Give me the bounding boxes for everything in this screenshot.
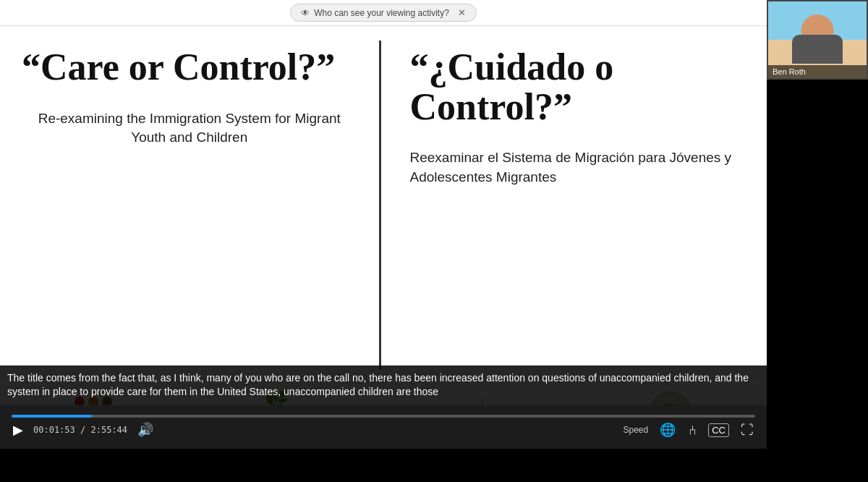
privacy-text: Who can see your viewing activity? — [314, 8, 449, 18]
subtitle-spanish: Reexaminar el Sistema de Migración para … — [410, 148, 746, 187]
slide-left: “Care or Control?” Re-examining the Immi… — [22, 41, 381, 369]
progress-bar-fill — [12, 415, 92, 418]
slide-area: 👁 Who can see your viewing activity? ✕ “… — [0, 0, 767, 449]
slide-main: “Care or Control?” Re-examining the Immi… — [0, 26, 767, 376]
subtitle-english: Re-examining the Immigration System for … — [22, 109, 357, 148]
eye-icon: 👁 — [301, 8, 310, 18]
video-container: 👁 Who can see your viewing activity? ✕ “… — [0, 0, 868, 482]
speaker-name-tag: Ben Roth — [768, 65, 867, 78]
cc-button[interactable]: CC — [708, 423, 729, 437]
privacy-pill[interactable]: 👁 Who can see your viewing activity? ✕ — [290, 4, 477, 22]
speaker-body — [792, 35, 843, 64]
time-separator: / — [80, 425, 90, 435]
progress-bar-track[interactable] — [12, 415, 755, 418]
fullscreen-button[interactable]: ⛶ — [739, 421, 755, 439]
time-display: 00:01:53 / 2:55:44 — [33, 425, 127, 435]
top-bar: 👁 Who can see your viewing activity? ✕ — [0, 0, 767, 26]
ctrl-right: Speed 🌐 ⑃ CC ⛶ — [624, 420, 755, 439]
captions-text: The title comes from the fact that, as I… — [7, 372, 749, 398]
captions-bar: The title comes from the fact that, as I… — [0, 365, 767, 405]
privacy-close-button[interactable]: ✕ — [458, 7, 466, 18]
speed-label[interactable]: Speed — [624, 425, 649, 435]
total-time: 2:55:44 — [90, 425, 127, 435]
controls-row: ▶ 00:01:53 / 2:55:44 🔊 Speed 🌐 ⑃ CC ⛶ — [12, 420, 755, 439]
title-spanish: “¿Cuidado o Control?” — [410, 48, 746, 127]
current-time: 00:01:53 — [33, 425, 75, 435]
speaker-name: Ben Roth — [773, 67, 806, 76]
volume-button[interactable]: 🔊 — [136, 420, 155, 439]
play-button[interactable]: ▶ — [12, 420, 25, 439]
title-english: “Care or Control?” — [22, 48, 357, 88]
slide-right: “¿Cuidado o Control?” Reexaminar el Sist… — [381, 41, 746, 369]
globe-icon-button[interactable]: 🌐 — [658, 420, 677, 439]
speaker-video: Ben Roth — [767, 0, 868, 80]
video-controls: ▶ 00:01:53 / 2:55:44 🔊 Speed 🌐 ⑃ CC ⛶ — [0, 405, 767, 449]
share-button[interactable]: ⑃ — [687, 421, 698, 439]
